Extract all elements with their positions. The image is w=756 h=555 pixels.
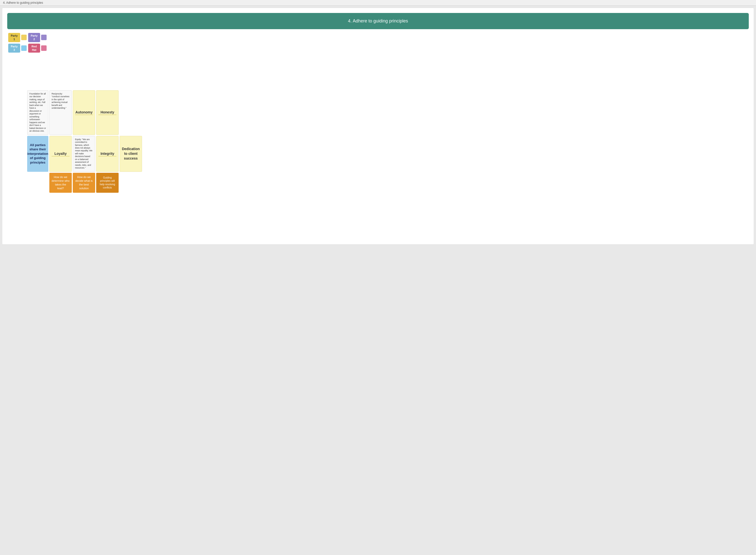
all-parties-note[interactable]: All parties share their interpretation o… [27, 136, 48, 172]
integrity-note[interactable]: Integrity [96, 136, 119, 172]
legend-row-2: Party3 RedHat [8, 44, 47, 53]
notes-grid: Foundation for all our decision making, … [27, 90, 152, 193]
party1-label: Party1 [8, 33, 20, 42]
loyalty-label: Loyalty [52, 151, 69, 156]
equity-note[interactable]: Equity: "We are committed to fairness, w… [73, 136, 95, 172]
honesty-label: Honesty [98, 110, 116, 115]
header-banner: 4. Adhere to guiding principles [7, 13, 749, 29]
dedication-label: Dedication to client success [122, 146, 140, 161]
tab-label: 4. Adhere to guiding principles [3, 1, 43, 4]
loyalty-note[interactable]: Loyalty [49, 136, 72, 172]
dedication-note[interactable]: Dedication to client success [120, 136, 142, 172]
party2-label: Party2 [28, 33, 40, 42]
reciprocity-note[interactable]: Reciprocity: "conduct ourselves in the s… [49, 90, 72, 135]
party2-icon [41, 35, 47, 40]
integrity-label: Integrity [98, 151, 116, 156]
legend-party1: Party1 [8, 33, 27, 42]
legend-row-1: Party1 Party2 [8, 33, 47, 42]
honesty-note[interactable]: Honesty [96, 90, 119, 135]
best-solution-note[interactable]: How do we decide what is the best soluti… [73, 173, 95, 193]
autonomy-label: Autonomy [75, 110, 93, 115]
redhat-icon [41, 45, 47, 51]
guiding-principles-conflict-note[interactable]: Guiding principles will help resolving c… [96, 173, 119, 193]
canvas: 4. Adhere to guiding principles Party1 P… [2, 8, 754, 245]
autonomy-divider [75, 115, 93, 115]
party3-label: Party3 [8, 44, 20, 53]
page-tab: 4. Adhere to guiding principles [0, 0, 756, 6]
foundation-note[interactable]: Foundation for all our decision making, … [27, 90, 48, 135]
legend-party3: Party3 [8, 44, 27, 53]
party3-icon [21, 45, 27, 51]
who-takes-lead-note[interactable]: How do we determine who takes the lead? [49, 173, 72, 193]
legend: Party1 Party2 Party3 RedHat [8, 33, 47, 53]
party1-icon [21, 35, 27, 40]
notes-area: Foundation for all our decision making, … [27, 90, 152, 193]
legend-redhat: RedHat [28, 44, 47, 53]
honesty-divider [98, 115, 116, 115]
header-title: 4. Adhere to guiding principles [348, 18, 408, 24]
redhat-label: RedHat [28, 44, 40, 53]
autonomy-note[interactable]: Autonomy [73, 90, 95, 135]
legend-party2: Party2 [28, 33, 47, 42]
